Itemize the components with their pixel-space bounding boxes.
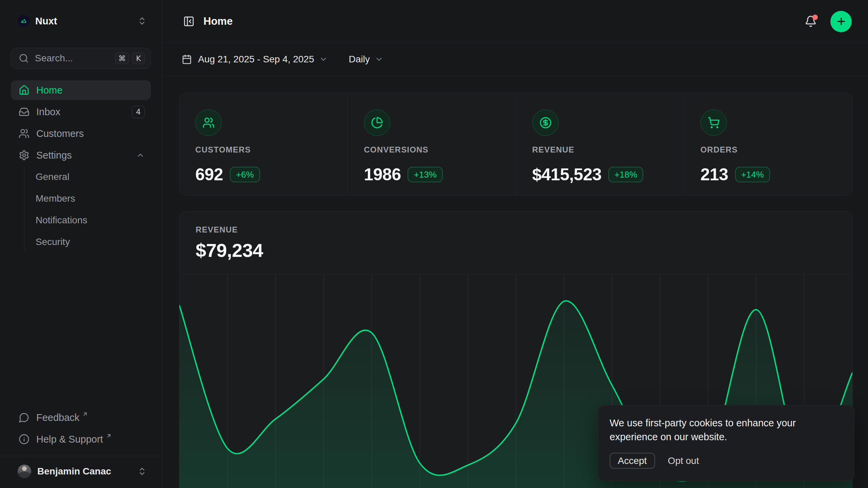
- sidebar-item-label: Home: [36, 85, 62, 96]
- stat-value: 692: [195, 165, 223, 184]
- settings-sub-list: General Members Notifications Security: [24, 167, 151, 252]
- external-link-icon: [82, 411, 88, 417]
- stat-revenue: REVENUE $415,523 +18%: [516, 93, 684, 195]
- user-section: Benjamin Canac: [0, 456, 162, 488]
- stat-delta-badge: +14%: [735, 167, 770, 182]
- opt-out-button[interactable]: Opt out: [668, 455, 699, 466]
- stat-value: $415,523: [532, 165, 602, 184]
- stat-conversions: CONVERSIONS 1986 +13%: [348, 93, 516, 195]
- stat-delta-badge: +6%: [230, 167, 260, 182]
- sidebar-item-label: Inbox: [36, 106, 60, 118]
- nuxt-logo-icon: [18, 15, 30, 27]
- pie-chart-icon: [364, 109, 390, 136]
- search-icon: [19, 53, 29, 63]
- period-value: Daily: [349, 54, 370, 65]
- panel-collapse-icon[interactable]: [183, 16, 195, 27]
- feedback-link[interactable]: Feedback: [11, 408, 151, 427]
- date-range-value: Aug 21, 2025 - Sep 4, 2025: [198, 54, 314, 65]
- chart-head: REVENUE $79,234: [179, 211, 852, 261]
- chevron-down-icon: [375, 55, 383, 64]
- page-header: Home: [162, 0, 868, 43]
- feedback-label: Feedback: [36, 412, 79, 423]
- kbd-cmd: ⌘: [115, 53, 129, 64]
- inbox-count-badge: 4: [132, 106, 145, 118]
- chevrons-up-down-icon: [137, 467, 147, 476]
- help-support-label: Help & Support: [36, 434, 103, 445]
- workspace-name: Nuxt: [35, 16, 57, 27]
- sidebar-item-settings[interactable]: Settings: [11, 145, 151, 165]
- stat-value: 213: [701, 165, 728, 184]
- dollar-circle-icon: [532, 109, 559, 136]
- chart-title: REVENUE: [196, 225, 836, 235]
- cookie-banner: We use first-party cookies to enhance yo…: [598, 405, 854, 481]
- sidebar-item-customers[interactable]: Customers: [11, 124, 151, 143]
- stat-value: 1986: [364, 165, 401, 184]
- help-support-link[interactable]: Help & Support: [11, 429, 151, 449]
- house-icon: [19, 85, 29, 96]
- sidebar-nav: Home Inbox 4 Customers: [11, 80, 151, 254]
- sidebar-spacer: [11, 254, 151, 408]
- stat-label: ORDERS: [701, 145, 842, 155]
- chevrons-up-down-icon: [137, 16, 147, 26]
- notifications-button[interactable]: [805, 15, 817, 27]
- search-shortcut: ⌘ K: [115, 53, 145, 64]
- sidebar-item-inbox[interactable]: Inbox 4: [11, 102, 151, 122]
- workspace-selector[interactable]: Nuxt: [11, 12, 151, 30]
- stats-card: CUSTOMERS 692 +6% CONVERSIONS 1986 +13%: [179, 93, 853, 196]
- kbd-k: K: [132, 53, 145, 64]
- sidebar-item-home[interactable]: Home: [11, 80, 151, 100]
- filters-toolbar: Aug 21, 2025 - Sep 4, 2025 Daily: [162, 43, 868, 76]
- users-icon: [19, 128, 29, 139]
- cookie-message: We use first-party cookies to enhance yo…: [610, 416, 843, 444]
- notification-dot: [812, 15, 818, 20]
- sidebar-item-security[interactable]: Security: [24, 232, 151, 252]
- external-link-icon: [106, 433, 112, 439]
- user-avatar: [18, 465, 31, 478]
- stat-label: CUSTOMERS: [195, 145, 337, 155]
- gear-icon: [19, 150, 29, 161]
- search-placeholder: Search...: [35, 53, 73, 64]
- date-range-picker[interactable]: Aug 21, 2025 - Sep 4, 2025: [182, 54, 328, 65]
- search-input[interactable]: Search... ⌘ K: [11, 48, 151, 69]
- sidebar-item-general[interactable]: General: [24, 167, 151, 187]
- cookie-actions: Accept Opt out: [610, 453, 843, 469]
- sidebar: Nuxt Search... ⌘ K: [0, 0, 162, 488]
- calendar-icon: [182, 54, 192, 64]
- inbox-icon: [19, 106, 29, 117]
- info-icon: [19, 434, 29, 445]
- sidebar-item-notifications[interactable]: Notifications: [24, 210, 151, 230]
- shopping-cart-icon: [701, 109, 727, 136]
- sidebar-item-label: Customers: [36, 128, 84, 139]
- users-icon: [195, 109, 222, 136]
- page-title: Home: [203, 15, 233, 27]
- sidebar-scroll: Nuxt Search... ⌘ K: [0, 0, 162, 456]
- plus-icon: [836, 16, 847, 27]
- chevron-down-icon: [319, 55, 328, 64]
- stat-label: CONVERSIONS: [364, 145, 506, 155]
- header-actions: [805, 11, 852, 32]
- stat-orders: ORDERS 213 +14%: [684, 93, 852, 195]
- user-name: Benjamin Canac: [37, 466, 111, 477]
- sidebar-item-label: Settings: [36, 150, 72, 161]
- message-circle-icon: [19, 412, 29, 423]
- stat-label: REVENUE: [532, 145, 674, 155]
- period-select[interactable]: Daily: [349, 54, 383, 65]
- stat-customers: CUSTOMERS 692 +6%: [179, 93, 348, 195]
- sidebar-footer: Feedback Help & Support: [11, 408, 151, 451]
- chart-current-value: $79,234: [196, 239, 836, 261]
- stat-delta-badge: +18%: [608, 167, 643, 182]
- accept-button[interactable]: Accept: [610, 453, 655, 469]
- chevron-up-icon: [136, 151, 145, 160]
- sidebar-item-members[interactable]: Members: [24, 189, 151, 208]
- user-menu[interactable]: Benjamin Canac: [11, 460, 151, 483]
- stat-delta-badge: +13%: [408, 167, 442, 182]
- add-button[interactable]: [830, 11, 852, 32]
